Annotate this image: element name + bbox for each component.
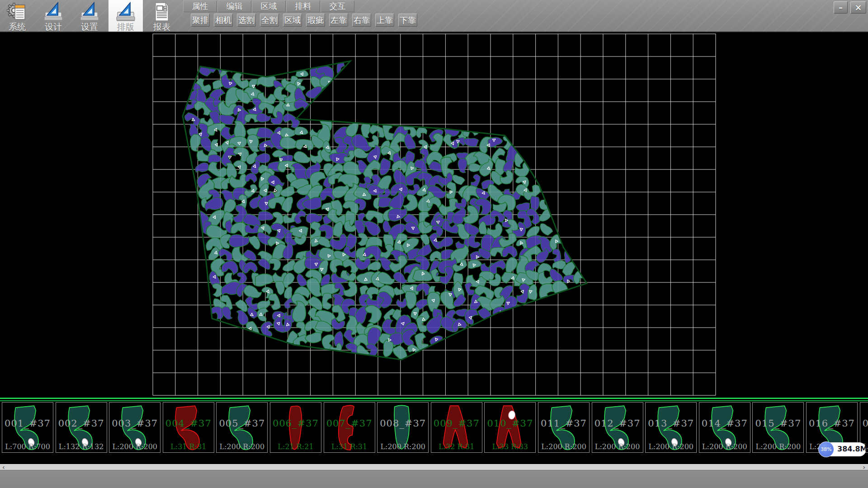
module-button-1[interactable]: 系统 (0, 0, 34, 32)
menu-tab-3[interactable]: 区域 (252, 0, 286, 12)
menu-tab-4[interactable]: 排料 (286, 0, 320, 12)
report-icon (151, 1, 172, 22)
green-rule-top (0, 398, 868, 399)
piece-thumbnail-002_#37[interactable]: 002_#37L:132 R:132 (56, 402, 107, 453)
piece-thumbnail-012_#37[interactable]: 012_#37L:200 R:200 (592, 402, 643, 453)
piece-lr-count-label: L:32 R:31 (431, 442, 482, 451)
module-button-4[interactable]: 排版 (108, 0, 143, 32)
module-button-2[interactable]: 设计 (36, 0, 71, 32)
nesting-canvas[interactable] (0, 33, 868, 398)
action-button-7[interactable]: 左靠 (329, 14, 348, 27)
piece-thumbnail-013_#37[interactable]: 013_#37L:200 R:200 (645, 402, 697, 453)
piece-name-label: 002_#37 (56, 418, 107, 429)
action-button-6[interactable]: 瑕疵 (306, 14, 325, 27)
piece-thumbnail-001_#37[interactable]: 001_#37L:700 R:700 (2, 402, 53, 453)
piece-name-label: 016_#37 (807, 418, 857, 429)
piece-lr-count-label: L:700 R:700 (2, 442, 53, 451)
pieces-panel: 001_#37L:700 R:700002_#37L:132 R:132003_… (0, 398, 868, 453)
piece-thumbnail-006_#37[interactable]: 006_#37L:21 R:21 (270, 402, 321, 453)
piece-lr-count-label: L:200 R:200 (109, 442, 160, 451)
status-bar (0, 470, 868, 488)
piece-lr-count-label: L:200 R:200 (753, 442, 803, 451)
piece-name-label: 013_#37 (646, 418, 696, 429)
action-button-9[interactable]: 上靠 (375, 14, 394, 27)
minimize-button[interactable]: – (834, 1, 848, 14)
progress-percent-badge: 38% (818, 441, 834, 457)
piece-lr-count-label: L:132 R:132 (56, 442, 107, 451)
menu-tab-row: 属性编辑区域排料交互 (183, 0, 355, 12)
action-button-1[interactable]: 聚排 (191, 14, 210, 27)
module-button-5[interactable]: 报表 (145, 0, 179, 32)
piece-lr-count-label: L:31 R:31 (324, 442, 375, 451)
action-button-row: 聚排相机选割全割区域瑕疵左靠右靠上靠下靠 (191, 14, 421, 27)
action-button-5[interactable]: 区域 (283, 14, 302, 27)
piece-thumbnail-011_#37[interactable]: 011_#37L:200 R:200 (538, 402, 590, 453)
menu-tab-5[interactable]: 交互 (321, 0, 354, 12)
piece-thumbnail-010_#37[interactable]: 010_#37L:33 R:33 (484, 402, 536, 453)
progress-bubble: 38% 384.8M (818, 441, 866, 457)
piece-name-label: 014_#37 (699, 418, 750, 429)
main-toolbar: 系统设计设置排版报表 属性编辑区域排料交互 聚排相机选割全割区域瑕疵左靠右靠上靠… (0, 0, 868, 33)
module-label: 排版 (108, 22, 143, 31)
piece-lr-count-label: L:200 R:200 (377, 442, 428, 451)
piece-thumbnail-003_#37[interactable]: 003_#37L:200 R:200 (109, 402, 160, 453)
action-button-3[interactable]: 选割 (237, 14, 256, 27)
module-label: 设计 (36, 22, 71, 31)
piece-name-label: 009_#37 (431, 418, 482, 429)
piece-name-label: 012_#37 (592, 418, 643, 429)
menu-tab-1[interactable]: 属性 (183, 0, 217, 12)
piece-lr-count-label: L:200 R:200 (538, 442, 589, 451)
piece-lr-count-label: L:200 R:200 (699, 442, 750, 451)
piece-name-label: 005_#37 (217, 418, 267, 429)
design-icon (43, 1, 64, 22)
app-window: 系统设计设置排版报表 属性编辑区域排料交互 聚排相机选割全割区域瑕疵左靠右靠上靠… (0, 0, 868, 488)
module-button-3[interactable]: 设置 (72, 0, 107, 32)
piece-lr-count-label: L:200 R:200 (217, 442, 267, 451)
piece-lr-count-label: L:33 R:33 (485, 442, 535, 451)
window-controls: – ✕ (834, 1, 866, 14)
module-label: 报表 (145, 22, 179, 31)
piece-thumbnail-004_#37[interactable]: 004_#37L:31 R:31 (163, 402, 214, 453)
piece-thumbnail-014_#37[interactable]: 014_#37L:200 R:200 (699, 402, 750, 453)
piece-lr-count-label: L:200 R:200 (592, 442, 643, 451)
piece-thumbnail-list: 001_#37L:700 R:700002_#37L:132 R:132003_… (0, 402, 868, 453)
piece-lr-count-label: L:200 R:200 (646, 442, 696, 451)
piece-name-label: 004_#37 (163, 418, 214, 429)
piece-thumbnail-009_#37[interactable]: 009_#37L:32 R:31 (431, 402, 482, 453)
piece-thumbnail-007_#37[interactable]: 007_#37L:31 R:31 (324, 402, 375, 453)
green-rule-bottom (0, 400, 868, 401)
horizontal-scrollbar[interactable]: ‹ › (0, 464, 868, 470)
piece-thumbnail-008_#37[interactable]: 008_#37L:200 R:200 (377, 402, 429, 453)
action-button-4[interactable]: 全割 (260, 14, 279, 27)
piece-name-label: 015_#37 (753, 418, 803, 429)
piece-lr-count-label: L:21 R:21 (270, 442, 321, 451)
close-button[interactable]: ✕ (850, 1, 866, 14)
menu-tab-2[interactable]: 编辑 (217, 0, 251, 12)
piece-thumbnail-005_#37[interactable]: 005_#37L:200 R:200 (216, 402, 268, 453)
piece-name-label: 017_#37 (860, 418, 868, 429)
piece-name-label: 006_#37 (270, 418, 321, 429)
action-button-8[interactable]: 右靠 (352, 14, 371, 27)
piece-thumbnail-015_#37[interactable]: 015_#37L:200 R:200 (752, 402, 804, 453)
piece-name-label: 011_#37 (538, 418, 589, 429)
piece-name-label: 007_#37 (324, 418, 375, 429)
action-button-2[interactable]: 相机 (214, 14, 233, 27)
module-label: 系统 (0, 22, 34, 31)
layout-icon (115, 1, 136, 22)
piece-lr-count-label: L:31 R:31 (163, 442, 214, 451)
memory-size-label: 384.8M (837, 445, 868, 453)
action-button-10[interactable]: 下靠 (398, 14, 417, 27)
piece-name-label: 010_#37 (485, 418, 535, 429)
piece-name-label: 008_#37 (377, 418, 428, 429)
nesting-canvas-svg (0, 33, 868, 398)
module-label: 设置 (72, 22, 107, 31)
settings-icon (79, 1, 100, 22)
piece-name-label: 003_#37 (109, 418, 160, 429)
system-icon (7, 1, 28, 22)
piece-name-label: 001_#37 (2, 418, 53, 429)
